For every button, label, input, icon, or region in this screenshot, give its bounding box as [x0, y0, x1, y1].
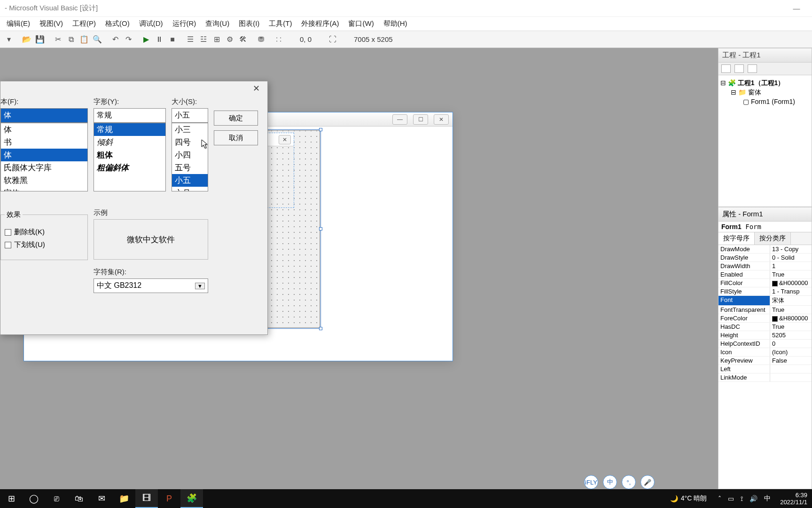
font-size-input[interactable]: 小五	[172, 108, 208, 123]
property-value[interactable]: True	[770, 270, 812, 278]
taskbar-clock[interactable]: 6:39 2022/11/1	[775, 492, 812, 506]
properties-object-combo[interactable]: Form1 Form	[718, 222, 812, 232]
size-list-item[interactable]: 四号	[172, 136, 208, 149]
property-row[interactable]: Left	[718, 365, 812, 373]
font-list-item[interactable]: 宋体	[1, 187, 87, 191]
tab-categorized[interactable]: 按分类序	[755, 232, 791, 245]
style-list-item[interactable]: 粗体	[94, 149, 165, 161]
font-style-list[interactable]: 常规 倾斜 粗体 粗偏斜体	[94, 123, 166, 191]
menu-format[interactable]: 格式(O)	[101, 17, 134, 30]
property-row[interactable]: Font宋体	[718, 296, 812, 306]
font-dialog-titlebar[interactable]: ✕	[0, 81, 267, 95]
taskbar-vb-icon[interactable]: 🧩	[180, 489, 203, 508]
property-value[interactable]: 13 - Copy	[770, 245, 812, 253]
data-view-icon[interactable]: ⛃	[255, 33, 267, 46]
open-icon[interactable]: 📂	[21, 33, 33, 46]
taskbar-video-icon[interactable]: 🎞	[135, 489, 158, 508]
font-list-item[interactable]: 软雅黑	[1, 174, 87, 187]
object-browser-icon[interactable]: ⚙	[224, 33, 236, 46]
property-row[interactable]: EnabledTrue	[718, 270, 812, 279]
menu-query[interactable]: 查询(U)	[201, 17, 234, 30]
size-list-item[interactable]: 五号	[172, 161, 208, 174]
taskbar-weather[interactable]: 🌙 4°C 晴朗	[664, 494, 713, 503]
tab-alphabetic[interactable]: 按字母序	[718, 232, 755, 245]
minimize-button[interactable]: —	[786, 2, 807, 15]
menu-diagram[interactable]: 图表(I)	[234, 17, 264, 30]
ime-zh-icon[interactable]: 中	[603, 475, 617, 489]
property-value[interactable]: &H000000	[770, 279, 812, 287]
redo-icon[interactable]: ↷	[122, 33, 134, 46]
menu-addins[interactable]: 外接程序(A)	[297, 17, 344, 30]
undo-icon[interactable]: ↶	[109, 33, 121, 46]
taskbar-explorer-icon[interactable]: 📁	[113, 489, 135, 508]
addform-dropdown-icon[interactable]: ▾	[3, 33, 15, 46]
menu-tools[interactable]: 工具(T)	[264, 17, 297, 30]
taskbar-powerpoint-icon[interactable]: P	[158, 489, 180, 508]
property-value[interactable]: 0	[770, 340, 812, 348]
property-row[interactable]: KeyPreviewFalse	[718, 357, 812, 365]
resize-handle-se[interactable]	[319, 327, 322, 330]
underline-checkbox[interactable]: 下划线(U)	[5, 240, 84, 249]
tree-root[interactable]: ⊟ 🧩 工程1（工程1）	[720, 78, 810, 87]
ok-button[interactable]: 确定	[214, 111, 258, 126]
property-row[interactable]: FillStyle1 - Transp	[718, 287, 812, 296]
battery-icon[interactable]: ▭	[728, 495, 734, 502]
taskbar-store-icon[interactable]: 🛍	[68, 489, 90, 508]
size-list-item[interactable]: 小四	[172, 149, 208, 161]
property-row[interactable]: Height5205	[718, 331, 812, 340]
property-value[interactable]: True	[770, 323, 812, 331]
stop-icon[interactable]: ■	[166, 33, 179, 46]
menu-debug[interactable]: 调试(D)	[134, 17, 168, 30]
ime-indicator[interactable]: 中	[764, 494, 771, 503]
find-icon[interactable]: 🔍	[91, 33, 103, 46]
volume-icon[interactable]: 🔊	[750, 495, 757, 502]
property-row[interactable]: FontTransparentTrue	[718, 306, 812, 314]
paste-icon[interactable]: 📋	[78, 33, 90, 46]
resize-handle-ne[interactable]	[319, 128, 322, 131]
form-layout-icon[interactable]: ⊞	[211, 33, 223, 46]
form-minimize-button[interactable]: —	[392, 114, 407, 125]
font-dialog-close-button[interactable]: ✕	[249, 82, 264, 95]
copy-icon[interactable]: ⧉	[65, 33, 77, 46]
tree-folder[interactable]: ⊟ 📁 窗体	[720, 87, 810, 97]
property-row[interactable]: DrawWidth1	[718, 262, 812, 270]
style-list-item[interactable]: 常规	[94, 123, 165, 136]
property-row[interactable]: FillColor&H000000	[718, 279, 812, 287]
view-code-icon[interactable]	[721, 64, 731, 73]
property-value[interactable]	[770, 373, 812, 381]
property-value[interactable]: True	[770, 306, 812, 314]
property-row[interactable]: ForeColor&H800000	[718, 314, 812, 323]
property-row[interactable]: HelpContextID0	[718, 340, 812, 348]
property-value[interactable]	[770, 365, 812, 373]
font-list-item[interactable]: 氏颜体大字库	[1, 161, 87, 174]
property-row[interactable]: DrawMode13 - Copy	[718, 245, 812, 254]
size-list-item[interactable]: 小三	[172, 123, 208, 136]
size-list-item[interactable]: 小五	[172, 174, 208, 187]
font-list-item[interactable]: 体	[1, 123, 87, 136]
resize-handle-e[interactable]	[319, 227, 322, 230]
project-explorer-icon[interactable]: ☰	[184, 33, 196, 46]
font-name-input[interactable]: 体	[0, 108, 88, 123]
property-value[interactable]: 0 - Solid	[770, 254, 812, 262]
property-row[interactable]: HasDCTrue	[718, 323, 812, 331]
form-maximize-button[interactable]: ☐	[413, 114, 428, 125]
properties-icon[interactable]: ☳	[197, 33, 210, 46]
form-close-button[interactable]: ✕	[434, 114, 449, 125]
task-view-button[interactable]: ⎚	[45, 489, 68, 508]
ifly-icon[interactable]: iFLY	[584, 475, 598, 489]
property-value[interactable]: 宋体	[770, 296, 812, 305]
size-list-item[interactable]: 六号	[172, 187, 208, 191]
taskbar-mail-icon[interactable]: ✉	[90, 489, 113, 508]
search-button[interactable]: ◯	[23, 489, 45, 508]
start-button[interactable]: ⊞	[0, 489, 23, 508]
strikethrough-checkbox[interactable]: 删除线(K)	[5, 228, 84, 237]
property-value[interactable]: 1 - Transp	[770, 287, 812, 295]
font-name-list[interactable]: 体 书 体 氏颜体大字库 软雅黑 宋体 圆	[0, 123, 88, 191]
font-list-item[interactable]: 书	[1, 136, 87, 149]
wifi-icon[interactable]: ⟟	[741, 495, 743, 503]
charset-combo[interactable]: 中文 GB2312 ▼	[94, 278, 208, 293]
chevron-up-icon[interactable]: ˄	[718, 495, 721, 502]
ime-mic-icon[interactable]: 🎤	[640, 475, 655, 489]
menu-run[interactable]: 运行(R)	[168, 17, 201, 30]
pause-icon[interactable]: ⏸	[153, 33, 165, 46]
